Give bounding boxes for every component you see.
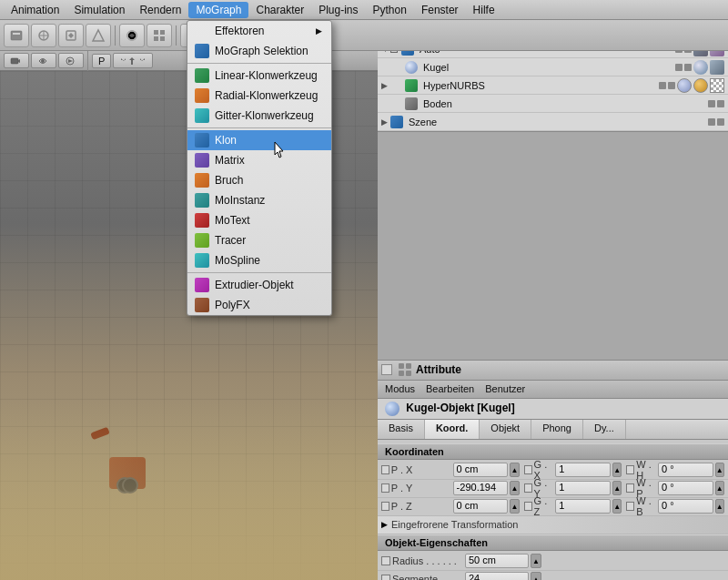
- attr-sec-basis[interactable]: Basis: [378, 420, 425, 439]
- attr-sec-phong[interactable]: Phong: [531, 420, 583, 439]
- py-checkbox[interactable]: [381, 483, 389, 493]
- attr-row-frozen[interactable]: ▶ Eingefrorene Transformation: [378, 516, 728, 534]
- wp-checkbox[interactable]: [626, 483, 634, 493]
- toolbar-btn-4[interactable]: [86, 24, 111, 47]
- pz-checkbox[interactable]: [381, 502, 389, 511]
- gz-arrow[interactable]: ▲: [612, 499, 622, 514]
- attr-tab-benutzer[interactable]: Benutzer: [481, 382, 529, 395]
- vp-btn-view[interactable]: [31, 53, 56, 68]
- dd-bruch[interactable]: Bruch: [187, 170, 331, 190]
- px-checkbox[interactable]: [381, 465, 389, 474]
- attr-tab-modus[interactable]: Modus: [381, 382, 419, 395]
- expand-szene[interactable]: ▶: [381, 117, 390, 127]
- gy-field[interactable]: 1: [555, 481, 611, 495]
- dd-extrudier[interactable]: Extrudier-Objekt: [187, 275, 331, 295]
- toolbar-btn-1[interactable]: [4, 24, 29, 47]
- segmente-field[interactable]: 24: [465, 572, 529, 580]
- segmente-checkbox[interactable]: [381, 575, 390, 580]
- gx-arrow[interactable]: ▲: [612, 463, 622, 477]
- wb-arrow[interactable]: ▲: [715, 499, 724, 514]
- dd-tracer-label: Tracer: [215, 234, 246, 247]
- wh-field[interactable]: 0 °: [658, 463, 713, 477]
- py-arrow[interactable]: ▲: [510, 481, 519, 495]
- dd-moinstanz[interactable]: MoInstanz: [187, 190, 331, 210]
- vp-btn-render[interactable]: [58, 53, 84, 68]
- dd-motext[interactable]: MoText: [187, 210, 331, 230]
- dd-radial[interactable]: Radial-Klonwerkzeug: [187, 86, 331, 106]
- vp-btn-camera[interactable]: [4, 53, 29, 68]
- selektion-icon: [195, 44, 209, 58]
- attr-sec-koord[interactable]: Koord.: [425, 420, 480, 439]
- pz-field[interactable]: 0 cm: [453, 499, 509, 514]
- attr-enable-checkbox[interactable]: [381, 364, 392, 375]
- menu-charakter[interactable]: Charakter: [248, 2, 311, 18]
- segmente-arrow[interactable]: ▲: [531, 572, 541, 580]
- gz-field[interactable]: 1: [555, 499, 611, 514]
- wp-arrow[interactable]: ▲: [715, 481, 724, 495]
- toolbar-btn-5[interactable]: [119, 24, 145, 47]
- expand-hypernurbs[interactable]: ▶: [381, 81, 390, 90]
- toolbar-btn-2[interactable]: [31, 24, 56, 47]
- dd-extrudier-label: Extrudier-Objekt: [215, 279, 294, 291]
- px-field[interactable]: 0 cm: [453, 463, 509, 477]
- wp-field[interactable]: 0 °: [658, 481, 713, 495]
- wb-checkbox[interactable]: [626, 502, 634, 511]
- attr-header: Attribute: [378, 361, 728, 381]
- dd-effektoren[interactable]: Effektoren: [187, 21, 331, 41]
- menu-python[interactable]: Python: [366, 2, 414, 18]
- dd-matrix[interactable]: Matrix: [187, 150, 331, 170]
- menu-fenster[interactable]: Fenster: [414, 2, 466, 18]
- radius-checkbox[interactable]: [381, 556, 390, 565]
- dd-effektoren-label: Effektoren: [215, 25, 264, 37]
- dd-mospline[interactable]: MoSpline: [187, 250, 331, 270]
- attr-sec-dy[interactable]: Dy...: [583, 420, 626, 439]
- gx-field[interactable]: 1: [555, 463, 611, 477]
- gx-checkbox[interactable]: [524, 465, 532, 474]
- dd-klon[interactable]: Klon: [187, 130, 331, 150]
- attr-tab-bearbeiten[interactable]: Bearbeiten: [422, 382, 478, 395]
- menu-bar: Animation Simulation Rendern MoGraph Cha…: [0, 0, 728, 20]
- radius-arrow[interactable]: ▲: [531, 554, 541, 568]
- dd-linear[interactable]: Linear-Klonwerkzeug: [187, 66, 331, 86]
- vp-arrows[interactable]: [113, 53, 153, 68]
- toolbar-btn-6[interactable]: [147, 24, 172, 47]
- wh-arrow[interactable]: ▲: [715, 463, 724, 477]
- kugel-dot-2: [684, 64, 692, 71]
- toolbar-btn-3[interactable]: [58, 24, 84, 47]
- dd-klon-label: Klon: [215, 134, 237, 147]
- obj-row-szene[interactable]: ▶ Szene: [378, 113, 728, 131]
- segmente-label: Segmente: [392, 574, 465, 580]
- vp-mode-perspective[interactable]: P: [92, 54, 111, 68]
- svg-rect-22: [399, 363, 404, 369]
- obj-row-kugel[interactable]: ▶ Kugel: [378, 58, 728, 76]
- pz-arrow[interactable]: ▲: [510, 499, 519, 514]
- py-field[interactable]: -290.194: [453, 481, 509, 495]
- dd-selektion[interactable]: MoGraph Selektion: [187, 41, 331, 61]
- attr-obj-label: Kugel-Objekt [Kugel]: [406, 402, 514, 414]
- attr-sec-objekt[interactable]: Objekt: [480, 420, 531, 439]
- dd-gitter[interactable]: Gitter-Klonwerkzeug: [187, 106, 331, 126]
- menu-rendern[interactable]: Rendern: [132, 2, 188, 18]
- obj-row-hypernurbs[interactable]: ▶ HyperNURBS: [378, 76, 728, 95]
- wh-checkbox[interactable]: [626, 465, 634, 474]
- gz-checkbox[interactable]: [524, 502, 532, 511]
- menu-animation[interactable]: Animation: [4, 2, 66, 18]
- attr-obj-icon: [385, 402, 399, 416]
- gy-checkbox[interactable]: [524, 483, 532, 493]
- svg-rect-14: [11, 58, 18, 64]
- menu-simulation[interactable]: Simulation: [66, 2, 132, 18]
- px-arrow[interactable]: ▲: [510, 463, 519, 477]
- obj-row-boden[interactable]: ▶ Boden: [378, 95, 728, 113]
- hypernurbs-thumb: [677, 78, 692, 93]
- dd-motext-label: MoText: [215, 214, 250, 227]
- gy-arrow[interactable]: ▲: [612, 481, 622, 495]
- menu-plugins[interactable]: Plug-ins: [311, 2, 365, 18]
- radius-field[interactable]: 50 cm: [465, 554, 529, 568]
- wb-field[interactable]: 0 °: [658, 499, 713, 514]
- dd-polyfx[interactable]: PolyFX: [187, 295, 331, 315]
- attr-row-radius: Radius . . . . . . 50 cm ▲: [378, 553, 728, 571]
- menu-hilfe[interactable]: Hilfe: [466, 2, 502, 18]
- dd-tracer[interactable]: Tracer: [187, 230, 331, 250]
- menu-mograph[interactable]: MoGraph: [188, 2, 248, 18]
- svg-point-16: [41, 59, 45, 63]
